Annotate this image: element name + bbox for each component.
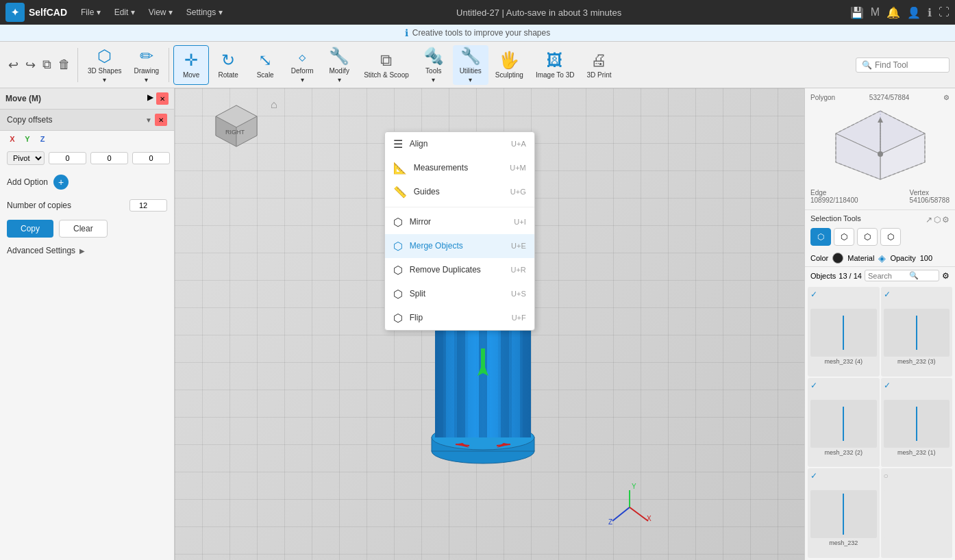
home-icon[interactable]: ⌂: [271, 99, 277, 111]
panel-title: Move (M): [5, 94, 41, 103]
play-icon[interactable]: ▶: [147, 92, 153, 105]
object-item-3[interactable]: ✓ mesh_232 (2): [808, 378, 880, 468]
obj-check-2[interactable]: ✓: [884, 290, 891, 299]
objects-label: Objects: [810, 272, 836, 280]
menu-view[interactable]: View ▾: [143, 5, 178, 20]
menu-mirror[interactable]: ⬡ Mirror U+I: [385, 210, 534, 234]
account-icon[interactable]: 👤: [907, 6, 921, 19]
toolbar-tools[interactable]: 🔩 Tools▾: [416, 45, 451, 85]
redo-btn[interactable]: ↪: [23, 55, 38, 75]
object-item-5[interactable]: ✓ mesh_232: [808, 468, 880, 558]
menu-file[interactable]: File ▾: [75, 5, 106, 20]
menu-split[interactable]: ⬡ Split U+S: [385, 282, 534, 306]
clear-action-btn[interactable]: Clear: [59, 220, 108, 238]
advanced-settings-label: Advanced Settings: [7, 246, 75, 255]
copy-offsets-close[interactable]: ✕: [155, 114, 167, 126]
toolbar-3d-shapes[interactable]: ⬡ 3D Shapes▾: [82, 45, 127, 85]
sel-btns-row: ⬡ ⬡ ⬡ ⬡: [810, 228, 950, 246]
copy-btn-top[interactable]: ⧉: [40, 55, 54, 75]
measurements-label: Measurements: [414, 163, 468, 173]
obj-check-6[interactable]: ○: [884, 471, 889, 481]
drawing-icon: ✏: [140, 47, 153, 66]
user-m-icon[interactable]: M: [871, 6, 880, 18]
selection-tools-section: Selection Tools ↗ ⬡ ⚙ ⬡ ⬡ ⬡ ⬡: [805, 210, 955, 250]
material-icon[interactable]: ◈: [878, 253, 886, 264]
num-copies-input[interactable]: [129, 199, 167, 212]
toolbar-drawing[interactable]: ✏ Drawing▾: [128, 45, 164, 85]
sel-wire-btn[interactable]: ⬡: [834, 228, 854, 246]
copy-action-btn[interactable]: Copy: [7, 220, 53, 238]
toolbar-image-to-3d[interactable]: 🖼 Image To 3D: [530, 45, 580, 85]
object-item-2[interactable]: ✓ mesh_232 (3): [881, 287, 953, 377]
guides-label: Guides: [414, 187, 440, 196]
menu-align[interactable]: ☰ Align U+A: [385, 132, 534, 156]
top-menu: File ▾ Edit ▾ View ▾ Settings ▾: [75, 5, 228, 20]
view-cube[interactable]: RIGHT: [209, 99, 264, 155]
obj-check-5[interactable]: ✓: [810, 471, 817, 481]
document-title: Untitled-27 | Auto-save in about 3 minut…: [236, 8, 842, 18]
obj-check-4[interactable]: ✓: [884, 381, 891, 390]
pivot-select[interactable]: Pivot: [7, 151, 45, 165]
sel-icon-1[interactable]: ↗: [926, 215, 932, 225]
object-item-4[interactable]: ✓ mesh_232 (1): [881, 378, 953, 468]
z-input[interactable]: [132, 152, 170, 164]
toolbar-rotate[interactable]: ↻ Rotate: [210, 45, 246, 85]
toolbar-3d-print[interactable]: 🖨 3D Print: [581, 45, 617, 85]
y-input[interactable]: [90, 152, 128, 164]
undo-btn[interactable]: ↩: [5, 55, 21, 75]
toolbar-stitch[interactable]: ⧉ Stitch & Scoop: [358, 45, 414, 85]
toolbar-deform[interactable]: ⬦ Deform▾: [284, 45, 320, 85]
left-panel: Move (M) ▶ ✕ Copy offsets ▼ ✕ X Y Z Pivo…: [0, 88, 175, 560]
objects-settings-icon[interactable]: ⚙: [942, 271, 950, 281]
logo-icon: ✦: [5, 3, 25, 22]
sel-pts-btn[interactable]: ⬡: [857, 228, 878, 246]
info-icon[interactable]: ℹ: [928, 6, 932, 19]
menu-remove-duplicates[interactable]: ⬡ Remove Duplicates U+R: [385, 258, 534, 282]
menu-flip[interactable]: ⬡ Flip U+F: [385, 306, 534, 330]
toolbar-move[interactable]: ✛ Move: [173, 45, 209, 85]
material-label: Material: [847, 254, 874, 262]
move-icon: ✛: [184, 51, 198, 70]
objects-search-input[interactable]: [868, 272, 909, 280]
find-tool-input[interactable]: [875, 60, 943, 70]
toolbar-sculpting[interactable]: 🖐 Sculpting: [490, 45, 529, 85]
bell-icon[interactable]: 🔔: [886, 6, 900, 19]
toolbar-scale[interactable]: ⤡ Scale: [247, 45, 283, 85]
mirror-label: Mirror: [410, 217, 431, 227]
menu-guides[interactable]: 📏 Guides U+G: [385, 180, 534, 204]
delete-btn[interactable]: 🗑: [55, 55, 73, 75]
toolbar-utilities[interactable]: 🔧 Utilities▾: [453, 45, 488, 85]
obj-check-1[interactable]: ✓: [810, 290, 817, 299]
obj-label-1: mesh_232 (4): [810, 358, 877, 365]
panel-close-btn[interactable]: ✕: [156, 92, 169, 105]
obj-check-3[interactable]: ✓: [810, 381, 817, 390]
sel-solid-btn[interactable]: ⬡: [810, 228, 831, 246]
sel-icon-3[interactable]: ⚙: [942, 215, 950, 225]
toolbar-utilities-label: Utilities: [460, 67, 482, 75]
merge-icon: ⬡: [393, 240, 403, 253]
toolbar-modify[interactable]: 🔧 Modify▾: [321, 45, 357, 85]
sel-icon-2[interactable]: ⬡: [934, 215, 941, 225]
x-input[interactable]: [49, 152, 86, 164]
top-bar: ✦ SelfCAD File ▾ Edit ▾ View ▾ Settings …: [0, 0, 955, 25]
fullscreen-icon[interactable]: ⛶: [939, 6, 950, 18]
object-item-6[interactable]: ○: [881, 468, 953, 558]
align-shortcut: U+A: [511, 140, 526, 148]
gear-settings-icon[interactable]: ⚙: [943, 94, 950, 101]
menu-settings[interactable]: Settings ▾: [181, 5, 228, 20]
sel-face-btn[interactable]: ⬡: [880, 228, 901, 246]
right-panel: Polygon 53274/57884 ⚙: [804, 88, 955, 560]
menu-edit[interactable]: Edit ▾: [109, 5, 140, 20]
polygon-count: 53274/57884: [869, 94, 909, 101]
advanced-settings-row[interactable]: Advanced Settings ▶: [0, 242, 174, 259]
menu-measurements[interactable]: 📐 Measurements U+M: [385, 156, 534, 180]
object-item-1[interactable]: ✓ mesh_232 (4): [808, 287, 880, 377]
copy-offsets-section[interactable]: Copy offsets ▼ ✕: [0, 110, 174, 131]
save-icon[interactable]: 💾: [850, 6, 864, 19]
edge-vertex-info: Edge 108992/118400 Vertex 54106/58788: [810, 189, 950, 204]
add-option-btn[interactable]: +: [53, 175, 69, 190]
hint-bar: ℹ Creative tools to improve your shapes: [0, 25, 955, 42]
menu-merge-objects[interactable]: ⬡ Merge Objects U+E: [385, 234, 534, 258]
color-swatch[interactable]: [832, 253, 843, 264]
toolbar-sep-1: [77, 48, 78, 82]
